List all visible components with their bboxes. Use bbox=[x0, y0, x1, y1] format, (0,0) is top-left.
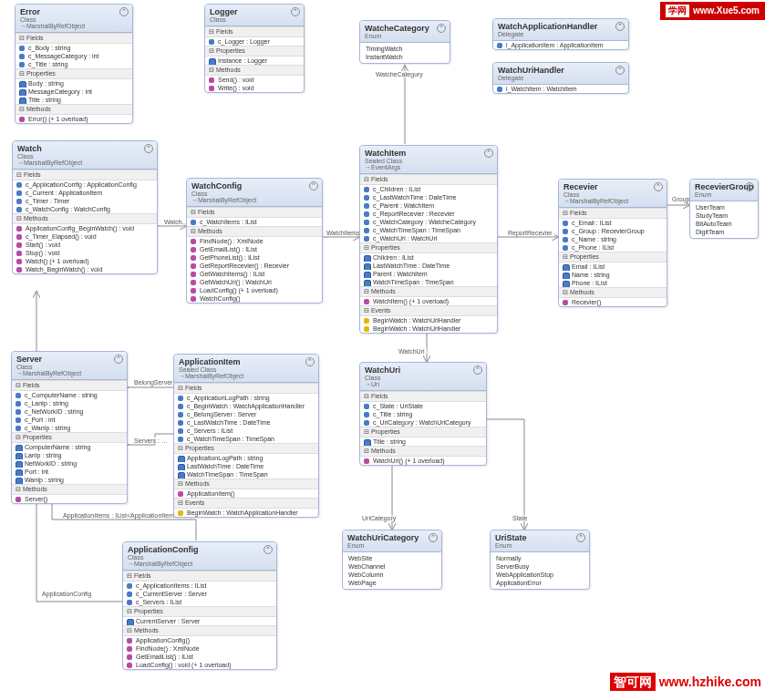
box-subtitle: Delegate bbox=[498, 75, 624, 81]
member-item: WanIp : string bbox=[12, 476, 127, 484]
box-header: ServerClass→MarshalByRefObject⌃ bbox=[12, 352, 127, 380]
collapse-icon[interactable]: ⌃ bbox=[429, 533, 438, 542]
box-subtitle: Enum bbox=[365, 33, 445, 39]
member-item: c_Phone : IList bbox=[559, 243, 667, 252]
member-item: c_BelongServer : Server bbox=[174, 410, 318, 418]
box-title: ApplicationConfig bbox=[128, 545, 272, 554]
member-item: WatchConfig() bbox=[187, 294, 322, 303]
enum-values: WebSiteWebChannelWebColumnWebPage bbox=[343, 552, 441, 589]
member-item: c_Body : string bbox=[16, 44, 132, 52]
class-box-watchconfig[interactable]: WatchConfigClass→MarshalByRefObject⌃⊟ Fi… bbox=[186, 178, 323, 304]
class-box-watchitem[interactable]: WatchItemSealed Class→EventArgs⌃⊟ Fields… bbox=[359, 145, 498, 334]
collapse-icon[interactable]: ⌃ bbox=[309, 181, 318, 190]
class-box-uristate[interactable]: UriStateEnum⌃NormallyServerBusyWebApplic… bbox=[490, 530, 590, 590]
collapse-icon[interactable]: ⌃ bbox=[615, 22, 625, 31]
member-item: Start() : void bbox=[13, 241, 157, 249]
box-header: WatchUriCategoryEnum⌃ bbox=[343, 530, 441, 552]
member-item: MessageCategory : int bbox=[16, 88, 132, 96]
box-title: Error bbox=[20, 7, 128, 16]
box-inherits: →MarshalByRefObject bbox=[563, 198, 662, 204]
section-header: ⊟ Methods bbox=[559, 287, 667, 298]
collapse-icon[interactable]: ⌃ bbox=[473, 365, 482, 375]
section-header: ⊟ Properties bbox=[12, 432, 127, 443]
class-box-logger[interactable]: LoggerClass⌃⊟ Fieldsc_Logger : Logger⊟ P… bbox=[204, 4, 305, 93]
box-title: WatchUriHandler bbox=[498, 66, 624, 75]
member-item: Email : IList bbox=[559, 262, 667, 271]
label-reportrecevier: ReportRecevier bbox=[506, 230, 554, 236]
section-header: ⊟ Fields bbox=[360, 174, 497, 185]
member-item: i_WatchItem : WatchItem bbox=[493, 85, 628, 93]
section-header: ⊟ Fields bbox=[559, 208, 667, 219]
collapse-icon[interactable]: ⌃ bbox=[745, 182, 754, 191]
member-item: c_Timer_Elapsed() : void bbox=[13, 232, 157, 241]
class-box-server[interactable]: ServerClass→MarshalByRefObject⌃⊟ Fieldsc… bbox=[11, 351, 128, 504]
collapse-icon[interactable]: ⌃ bbox=[615, 66, 625, 75]
box-header: WatchConfigClass→MarshalByRefObject⌃ bbox=[187, 179, 322, 207]
member-item: c_WatchUri : WatchUri bbox=[360, 234, 497, 242]
class-box-watchuricategory[interactable]: WatchUriCategoryEnum⌃WebSiteWebChannelWe… bbox=[342, 530, 442, 590]
class-box-watch[interactable]: WatchClass→MarshalByRefObject⌃⊟ Fieldsc_… bbox=[12, 140, 158, 274]
box-title: WatchApplicationHandler bbox=[498, 22, 624, 31]
section-header: ⊟ Fields bbox=[16, 33, 132, 44]
collapse-icon[interactable]: ⌃ bbox=[484, 149, 493, 158]
label-state: State bbox=[511, 515, 529, 521]
class-box-error[interactable]: ErrorClass→MarshalByRefObject⌃⊟ Fieldsc_… bbox=[15, 4, 133, 124]
member-item: i_ApplicationItem : ApplicationItem bbox=[493, 41, 628, 49]
box-subtitle: Class bbox=[128, 554, 272, 561]
class-box-watchurihandler[interactable]: WatchUriHandlerDelegate⌃i_WatchItem : Wa… bbox=[492, 62, 629, 94]
section-header: ⊟ Fields bbox=[174, 383, 318, 394]
box-subtitle: Class bbox=[16, 364, 122, 370]
collapse-icon[interactable]: ⌃ bbox=[576, 533, 585, 542]
collapse-icon[interactable]: ⌃ bbox=[264, 545, 273, 554]
section-header: ⊟ Methods bbox=[13, 213, 157, 224]
collapse-icon[interactable]: ⌃ bbox=[144, 144, 153, 153]
box-header: ErrorClass→MarshalByRefObject⌃ bbox=[16, 5, 132, 33]
box-header: UriStateEnum⌃ bbox=[491, 530, 589, 552]
section-header: ⊟ Events bbox=[174, 498, 318, 509]
section-header: ⊟ Properties bbox=[174, 443, 318, 454]
box-header: WatchItemSealed Class→EventArgs⌃ bbox=[360, 146, 497, 174]
watermark-bottom: 智可网www.hzhike.com bbox=[610, 674, 761, 691]
class-box-recevier[interactable]: RecevierClass→MarshalByRefObject⌃⊟ Field… bbox=[558, 179, 667, 307]
box-title: WatchItem bbox=[365, 149, 492, 158]
member-item: Write() : void bbox=[205, 84, 304, 92]
member-item: Name : string bbox=[559, 271, 667, 279]
member-item: GetEmailList() : IList bbox=[123, 653, 276, 661]
collapse-icon[interactable]: ⌃ bbox=[119, 7, 129, 16]
collapse-icon[interactable]: ⌃ bbox=[114, 355, 123, 364]
class-box-receviergroup[interactable]: RecevierGroupEnum⌃UserTeamStudyTeamBitAu… bbox=[689, 179, 759, 239]
member-item: Stop() : void bbox=[13, 249, 157, 257]
class-box-applicationitem[interactable]: ApplicationItemSealed Class→MarshalByRef… bbox=[173, 354, 319, 518]
enum-item: TimingWatch bbox=[366, 45, 444, 53]
collapse-icon[interactable]: ⌃ bbox=[291, 7, 300, 16]
collapse-icon[interactable]: ⌃ bbox=[654, 182, 663, 191]
box-subtitle: Delegate bbox=[498, 31, 624, 37]
member-item: c_WatchCategory : WatcheCategory bbox=[360, 218, 497, 226]
member-item: c_WatchTimeSpan : TimeSpan bbox=[360, 226, 497, 234]
section-header: ⊟ Properties bbox=[205, 46, 304, 57]
box-subtitle: Class bbox=[20, 16, 128, 23]
section-header: ⊟ Methods bbox=[360, 446, 486, 457]
member-item: c_State : UriState bbox=[360, 402, 486, 410]
class-box-applicationconfig[interactable]: ApplicationConfigClass→MarshalByRefObjec… bbox=[122, 541, 277, 670]
section-header: ⊟ Methods bbox=[360, 286, 497, 297]
box-header: WatchUriHandlerDelegate⌃ bbox=[493, 63, 628, 85]
class-box-watchuri[interactable]: WatchUriClass→Uri⌃⊟ Fieldsc_State : UriS… bbox=[359, 362, 487, 466]
member-item: GetWatchUri() : WatchUri bbox=[187, 278, 322, 286]
member-item: Body : string bbox=[16, 79, 132, 88]
class-box-watchapphandler[interactable]: WatchApplicationHandlerDelegate⌃i_Applic… bbox=[492, 18, 629, 50]
member-item: FindNode() : XmlNode bbox=[187, 237, 322, 245]
section-header: ⊟ Fields bbox=[360, 391, 486, 402]
class-box-watchecategory[interactable]: WatcheCategoryEnum⌃TimingWatchInstantWat… bbox=[359, 20, 450, 64]
section-header: ⊟ Methods bbox=[123, 625, 276, 636]
member-item: c_NetWorkID : string bbox=[12, 407, 127, 416]
box-header: WatchClass→MarshalByRefObject⌃ bbox=[13, 141, 157, 170]
member-item: Send() : void bbox=[205, 76, 304, 84]
member-item: Watch_BeginWatch() : void bbox=[13, 265, 157, 273]
box-inherits: →MarshalByRefObject bbox=[179, 373, 314, 379]
section-header: ⊟ Methods bbox=[205, 65, 304, 76]
collapse-icon[interactable]: ⌃ bbox=[305, 357, 315, 366]
collapse-icon[interactable]: ⌃ bbox=[437, 24, 446, 33]
box-inherits: →MarshalByRefObject bbox=[191, 197, 317, 203]
member-item: c_Port : int bbox=[12, 416, 127, 424]
